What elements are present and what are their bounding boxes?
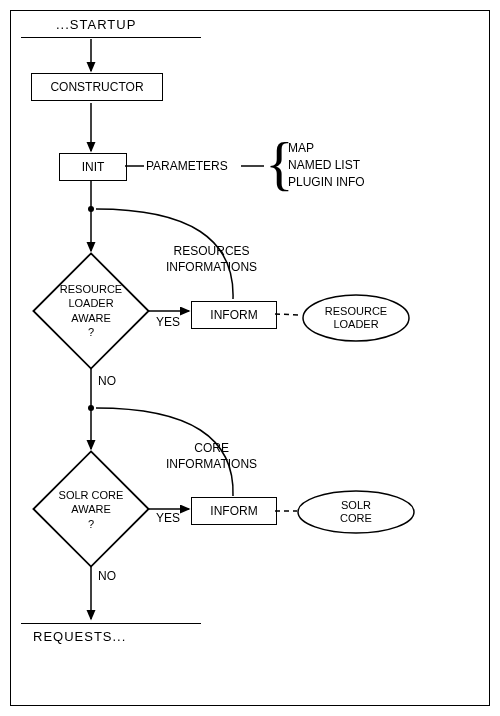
svg-line-10 xyxy=(275,314,301,315)
param-item-0: MAP xyxy=(288,141,314,155)
core-info-label: CORE INFORMATIONS xyxy=(166,441,257,472)
init-text: INIT xyxy=(82,160,105,174)
resource-loader-ellipse: RESOURCE LOADER xyxy=(301,293,411,343)
param-item-2: PLUGIN INFO xyxy=(288,175,365,189)
solr-core-aware-text: SOLR CORE AWARE ? xyxy=(31,488,151,531)
resource-loader-text: RESOURCE LOADER xyxy=(325,305,387,331)
resource-aware-text: RESOURCE LOADER AWARE ? xyxy=(31,282,151,339)
no-label-1: NO xyxy=(98,374,116,388)
resource-aware-decision: RESOURCE LOADER AWARE ? xyxy=(31,251,151,371)
svg-point-15 xyxy=(88,405,94,411)
constructor-text: CONSTRUCTOR xyxy=(50,80,143,94)
constructor-node: CONSTRUCTOR xyxy=(31,73,163,101)
inform2-node: INFORM xyxy=(191,497,277,525)
resources-info-label: RESOURCES INFORMATIONS xyxy=(166,244,257,275)
no-label-2: NO xyxy=(98,569,116,583)
requests-rule xyxy=(21,623,201,624)
init-node: INIT xyxy=(59,153,127,181)
inform1-text: INFORM xyxy=(210,308,257,322)
solr-core-text: SOLR CORE xyxy=(326,499,386,525)
yes-label-2: YES xyxy=(156,511,180,525)
yes-label-1: YES xyxy=(156,315,180,329)
param-items: MAP NAMED LIST PLUGIN INFO xyxy=(288,140,365,190)
requests-label: REQUESTS... xyxy=(33,629,126,644)
solr-core-ellipse: SOLR CORE xyxy=(296,489,416,535)
parameters-label: PARAMETERS xyxy=(146,159,228,173)
solr-core-aware-decision: SOLR CORE AWARE ? xyxy=(31,449,151,569)
param-item-1: NAMED LIST xyxy=(288,158,360,172)
inform1-node: INFORM xyxy=(191,301,277,329)
svg-point-11 xyxy=(88,206,94,212)
start-label: ...STARTUP xyxy=(56,17,136,32)
start-rule xyxy=(21,37,201,38)
flowchart-frame: ...STARTUP CONSTRUCTOR INIT PARAMETERS {… xyxy=(10,10,490,706)
inform2-text: INFORM xyxy=(210,504,257,518)
